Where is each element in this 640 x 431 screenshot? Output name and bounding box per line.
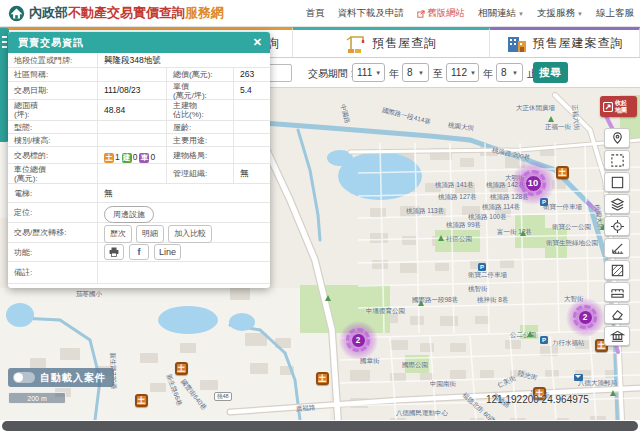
layers-icon [610,197,625,212]
map-control-crosshair-button[interactable] [604,216,630,236]
land-transaction-marker-0[interactable]: 土 [556,166,569,179]
field-label: 單價(萬元/坪): [173,82,227,100]
crane-icon [345,34,367,54]
field-label: 定位: [14,208,91,217]
parking-icon: P [478,263,486,271]
map-label-31: 國際公園 [402,361,428,370]
add-compare-button[interactable]: 加入比較 [168,225,212,243]
map-label-3: 正福一街 [545,123,571,132]
tab-label: 預售屋建案查詢 [533,35,624,52]
site-logo[interactable]: 內政部 不動產交易實價查詢 服務網 [8,4,224,22]
map-label-8: 桃湳路 141巷 [435,181,474,190]
road-number-badge: 桃48 [214,392,232,401]
nav-item-label: 相關連結 [478,7,516,20]
logo-suffix: 服務網 [185,4,224,22]
landmark-icon [610,329,625,344]
nav-item-1[interactable]: 資料下載及申請 [338,7,405,20]
popup-row-2: 交易日期:111/08/23單價(萬元/坪):5.4 [8,82,270,100]
tree-icon [610,390,616,396]
nav-item-0[interactable]: 首頁 [306,7,325,20]
collapse-icon [603,102,613,112]
map-label-21: 衛寶二停車場 [468,271,507,280]
to-label: 至 [433,67,443,81]
auto-load-toggle[interactable]: 自動載入案件 [8,368,114,387]
collapse-label: 收起地圖 [615,100,627,114]
year-unit1: 年 [389,67,399,81]
close-icon[interactable]: ✕ [253,36,262,49]
tree-icon [527,331,533,337]
map-label-43: 廣福路 [296,404,316,414]
popup-row-0: 地段位置或門牌:興隆段348地號 [8,53,270,68]
map-label-15: 桃湳路 99巷 [446,221,481,230]
logo-prefix: 內政部 [29,4,68,22]
popup-row-8: 電梯:無 [8,184,270,203]
map-control-rectangle-button[interactable] [604,172,630,192]
field-label: 管理組織: [173,169,227,178]
map-control-layers-button[interactable] [604,194,630,214]
detail-button[interactable]: 明細 [136,225,164,243]
map-control-scale-ruler-button[interactable] [604,282,630,302]
tab-1[interactable]: 預售屋查詢 [293,27,490,57]
building-icon [506,34,528,54]
field-label: 功能: [14,248,91,257]
map-control-eraser-button[interactable] [604,304,630,324]
map-control-locate-pin-button[interactable] [604,128,630,148]
popup-row-3: 總面積(坪):48.84主建物佔比(%): [8,100,270,121]
month-to-select[interactable]: 8▼ [496,63,523,82]
popup-row-11: 功能:fLine [8,243,270,262]
popup-row-12: 備註: [8,262,270,284]
field-label: 交易/歷次轉移: [14,228,91,237]
popup-body: 地段位置或門牌:興隆段348地號社區簡稱:總價(萬元):263交易日期:111/… [8,53,270,284]
target-badge-0: 土 [104,153,114,163]
search-button[interactable]: 搜尋 [533,62,568,83]
locate-pin-icon [610,131,625,146]
line-share-button[interactable]: Line [154,244,181,260]
parking-icon: P [540,336,548,344]
map-label-17: 社區公園 [446,235,472,244]
map-label-23: 桃祥街 8巷 [477,296,508,305]
land-transaction-marker-2[interactable]: 土 [135,394,148,407]
map-label-13: 桃湳路 113巷 [406,207,444,216]
nav-item-3[interactable]: 相關連結▼ [478,7,524,20]
chevron-down-icon: ▼ [518,11,524,17]
external-link-icon [417,10,425,18]
field-label: 建物格局: [173,151,227,160]
map-control-hatched-area-button[interactable] [604,260,630,280]
tab-2[interactable]: 預售屋建案查詢 [490,27,640,57]
target-count-0: 1 [115,152,120,162]
history-button[interactable]: 歷次 [104,225,132,243]
map-label-32: 中園南街 [430,380,456,389]
printer-icon [109,247,119,257]
nav-item-4[interactable]: 支援服務▼ [537,7,583,20]
map-control-measure-angle-button[interactable] [604,238,630,258]
map-control-landmark-button[interactable] [604,326,630,346]
map-label-10: 桃湳路 127巷 [438,193,477,202]
field-label: 車位總價(萬元): [14,165,91,183]
transaction-popup: 買賣交易資訊 ✕ 地段位置或門牌:興隆段348地號社區簡稱:總價(萬元):263… [8,32,270,288]
nearby-facilities-button[interactable]: 周邊設施 [104,206,154,223]
field-value: 48.84 [104,106,160,115]
map-control-select-area-button[interactable] [604,150,630,170]
field-label: 總面積(坪): [14,101,91,119]
collapse-map-button[interactable]: 收起地圖 [600,96,637,117]
field-label: 樓別/樓高: [14,136,91,145]
select-area-icon [610,153,625,168]
map-label-19: 富一街 12巷 [497,228,532,237]
nav-item-5[interactable]: 線上客服 [596,7,634,20]
year-from-select[interactable]: 111▼ [352,63,385,82]
chevron-down-icon: ▼ [577,11,583,17]
nav-item-2[interactable]: 舊版網站 [417,7,465,20]
month-from-select[interactable]: 8▼ [402,63,429,82]
field-label: 社區簡稱: [14,70,91,79]
target-badge-2: 車 [139,153,149,163]
target-count-1: 0 [133,152,138,162]
land-transaction-marker-1[interactable]: 土 [175,362,188,375]
facebook-share-button[interactable]: f [129,244,149,260]
land-transaction-marker-3[interactable]: 土 [316,372,329,385]
field-label: 交易標的: [14,151,91,160]
field-label: 屋齡: [173,123,227,132]
year-to-select[interactable]: 112▼ [446,63,479,82]
field-label: 型態: [14,123,91,132]
year-unit2: 年 [483,67,493,81]
print-button[interactable] [104,244,124,260]
